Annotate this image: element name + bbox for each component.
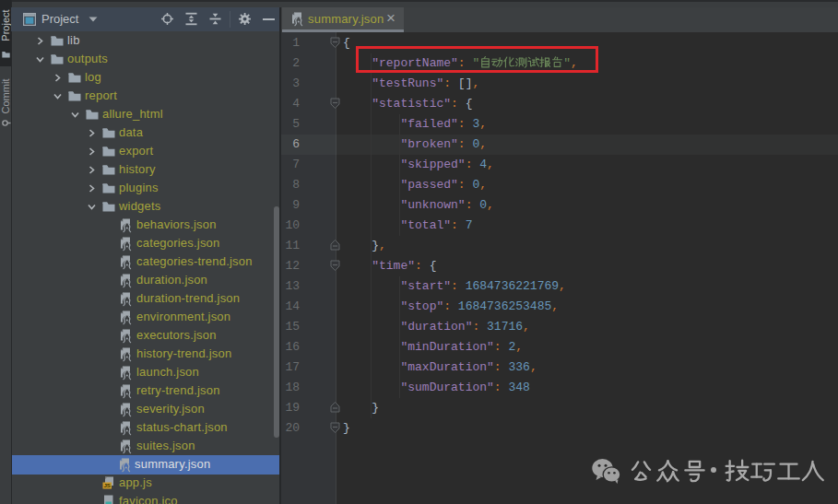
svg-text:JS: JS <box>103 482 111 488</box>
